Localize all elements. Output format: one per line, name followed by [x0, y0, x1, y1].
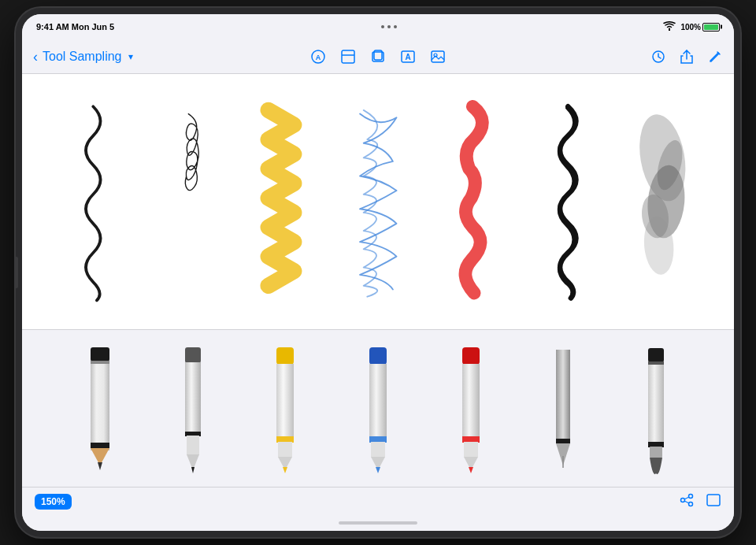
svg-rect-2: [342, 50, 354, 63]
ipad-screen: 9:41 AM Mon Jun 5 100%: [22, 14, 734, 531]
dot1: [381, 25, 384, 28]
svg-rect-43: [464, 442, 478, 458]
battery-fill: [704, 24, 718, 30]
svg-marker-45: [469, 467, 473, 473]
dot3: [394, 25, 397, 28]
svg-rect-16: [91, 347, 109, 361]
status-bar: 9:41 AM Mon Jun 5 100%: [22, 14, 734, 39]
svg-line-59: [684, 501, 689, 503]
ipad-frame: 9:41 AM Mon Jun 5 100%: [16, 8, 740, 537]
svg-rect-54: [650, 447, 662, 458]
svg-rect-22: [185, 347, 201, 363]
page-view-icon[interactable]: [706, 492, 721, 511]
status-time: 9:41 AM Mon Jun 5: [36, 22, 114, 32]
svg-rect-42: [462, 436, 480, 443]
svg-rect-60: [707, 495, 720, 506]
svg-rect-18: [91, 364, 109, 450]
svg-rect-19: [91, 443, 109, 448]
edit-icon[interactable]: [707, 49, 723, 65]
side-button: [16, 257, 18, 288]
toolbar-center: A: [263, 49, 493, 65]
svg-text:A: A: [405, 53, 410, 61]
back-chevron-icon: ‹: [33, 50, 38, 64]
title-dropdown-icon[interactable]: ▾: [128, 51, 133, 62]
svg-rect-23: [185, 362, 201, 433]
svg-rect-52: [648, 365, 664, 443]
tool-marker-red[interactable]: [451, 342, 491, 476]
svg-marker-27: [191, 467, 195, 473]
bottom-right-icons: [679, 492, 721, 511]
share-diagram-icon[interactable]: [679, 492, 695, 511]
svg-marker-33: [283, 467, 287, 473]
tool-brush[interactable]: [636, 342, 676, 476]
svg-point-55: [681, 498, 685, 502]
svg-marker-21: [98, 462, 102, 470]
battery-text: 100%: [680, 23, 701, 32]
svg-rect-8: [432, 51, 444, 62]
toolbar-right: [493, 49, 723, 65]
status-icons: 100%: [663, 21, 720, 32]
svg-rect-28: [276, 347, 294, 365]
stroke-pencil-blue: [331, 90, 426, 313]
stroke-brush-black: [521, 90, 616, 313]
layout-icon[interactable]: [340, 49, 356, 65]
svg-rect-29: [276, 364, 294, 443]
svg-point-57: [689, 502, 693, 506]
home-indicator: [22, 515, 734, 531]
status-center-dots: [381, 25, 397, 28]
history-icon[interactable]: [650, 49, 666, 65]
svg-point-56: [689, 494, 693, 498]
svg-rect-46: [556, 350, 570, 440]
tool-fountain-pen[interactable]: [543, 342, 583, 476]
stroke-pen-loops: [141, 90, 236, 313]
svg-rect-36: [369, 436, 387, 443]
bottom-bar: 150%: [22, 487, 734, 515]
tool-pencil[interactable]: [80, 342, 120, 476]
svg-rect-31: [278, 442, 292, 458]
autoshape-icon[interactable]: A: [310, 49, 326, 65]
text-icon[interactable]: A: [400, 49, 416, 65]
svg-rect-25: [187, 436, 199, 455]
tool-marker-blue[interactable]: [358, 342, 398, 476]
svg-rect-37: [371, 442, 385, 458]
svg-rect-50: [648, 348, 664, 362]
image-icon[interactable]: [430, 49, 446, 65]
back-button[interactable]: ‹: [33, 50, 38, 64]
stroke-marker-red: [425, 90, 521, 313]
wifi-icon: [663, 21, 676, 32]
tool-pen[interactable]: [173, 342, 213, 476]
svg-rect-35: [369, 364, 387, 443]
toolbar: ‹ Tool Sampling ▾ A: [22, 39, 734, 74]
dot2: [387, 25, 391, 28]
svg-marker-39: [376, 467, 380, 473]
svg-rect-41: [462, 364, 480, 443]
stroke-pencil-squiggle: [46, 90, 141, 313]
tools-palette: [22, 329, 734, 487]
svg-rect-47: [556, 439, 570, 443]
canvas-area[interactable]: [22, 74, 734, 487]
strokes-area: [22, 74, 734, 329]
share-icon[interactable]: [679, 49, 695, 65]
svg-rect-34: [369, 347, 387, 365]
home-bar: [339, 521, 417, 525]
layers-icon[interactable]: [370, 49, 386, 65]
document-title: Tool Sampling: [43, 50, 122, 64]
svg-text:A: A: [316, 54, 321, 61]
toolbar-left: ‹ Tool Sampling ▾: [33, 50, 263, 64]
svg-rect-30: [276, 436, 294, 443]
stroke-ink-gray: [615, 90, 710, 313]
battery-container: 100%: [680, 23, 720, 32]
tool-marker-yellow[interactable]: [265, 342, 305, 476]
zoom-badge[interactable]: 150%: [35, 494, 72, 510]
stroke-marker-yellow: [235, 90, 331, 313]
battery-icon: [702, 23, 720, 32]
svg-rect-40: [462, 347, 480, 365]
svg-line-58: [684, 497, 689, 499]
svg-rect-53: [648, 442, 664, 447]
